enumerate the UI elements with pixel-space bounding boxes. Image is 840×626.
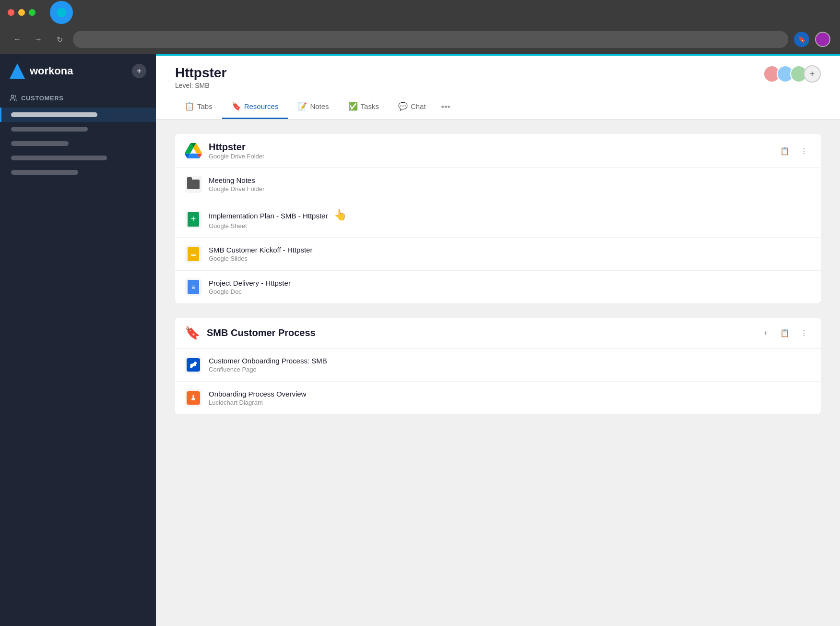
tab-tasks[interactable]: ✅ Tasks bbox=[339, 95, 389, 119]
add-member-button[interactable]: + bbox=[804, 65, 821, 83]
sidebar: workona + CUSTOMERS bbox=[0, 54, 156, 626]
maximize-traffic-light[interactable] bbox=[29, 9, 35, 16]
lucidchart-type: Lucidchart Diagram bbox=[209, 399, 811, 406]
tabs-bar: 📋 Tabs 🔖 Resources 📝 Notes ✅ Tasks 💬 bbox=[175, 95, 821, 119]
sidebar-item-2[interactable] bbox=[0, 136, 156, 151]
page-title: Httpster bbox=[175, 65, 226, 81]
project-delivery-item[interactable]: Project Delivery - Httpster Google Doc bbox=[175, 271, 821, 303]
level-label: Level: bbox=[175, 82, 193, 89]
browser-tab[interactable] bbox=[50, 1, 73, 24]
customers-section-header: CUSTOMERS bbox=[0, 90, 156, 108]
smb-process-add-button[interactable]: + bbox=[758, 326, 773, 340]
meeting-notes-name: Meeting Notes bbox=[209, 176, 811, 184]
lucidchart-info: Onboarding Process Overview Lucidchart D… bbox=[209, 390, 811, 406]
browser-user-avatar[interactable] bbox=[815, 32, 830, 47]
bookmark-extension-icon[interactable]: 🔖 bbox=[794, 32, 809, 47]
gslides-icon-wrap bbox=[185, 245, 202, 263]
confluence-name: Customer Onboarding Process: SMB bbox=[209, 357, 811, 365]
tasks-tab-icon: ✅ bbox=[348, 102, 358, 111]
smb-process-more-button[interactable]: ⋮ bbox=[797, 326, 811, 340]
logo: workona bbox=[10, 63, 73, 79]
smb-kickoff-item[interactable]: SMB Customer Kickoff - Httpster Google S… bbox=[175, 238, 821, 271]
browser-titlebar bbox=[0, 0, 840, 25]
sidebar-item-4[interactable] bbox=[0, 165, 156, 180]
add-workspace-button[interactable]: + bbox=[132, 64, 146, 78]
smb-process-group-title: SMB Customer Process bbox=[207, 327, 752, 338]
smb-kickoff-name: SMB Customer Kickoff - Httpster bbox=[209, 246, 811, 254]
sidebar-bar-4 bbox=[11, 170, 78, 175]
page-header: Httpster Level: SMB + 📋 Tabs bbox=[156, 56, 840, 120]
impl-name-text: Implementation Plan - SMB - Httpster bbox=[209, 212, 328, 220]
smb-process-group-header: 🔖 SMB Customer Process + 📋 ⋮ bbox=[175, 318, 821, 349]
chat-tab-label: Chat bbox=[411, 102, 426, 110]
httpster-copy-button[interactable]: 📋 bbox=[778, 144, 792, 158]
implementation-plan-info: Implementation Plan - SMB - Httpster 👆 G… bbox=[209, 209, 811, 229]
sidebar-bar-1 bbox=[11, 127, 88, 132]
sidebar-bar-2 bbox=[11, 141, 69, 146]
lucidchart-name: Onboarding Process Overview bbox=[209, 390, 811, 398]
tabs-tab-icon: 📋 bbox=[185, 102, 194, 111]
sidebar-active-bar bbox=[11, 112, 97, 117]
project-delivery-info: Project Delivery - Httpster Google Doc bbox=[209, 279, 811, 295]
svg-point-0 bbox=[11, 95, 13, 97]
google-slides-icon bbox=[188, 247, 199, 261]
tab-resources[interactable]: 🔖 Resources bbox=[222, 95, 288, 119]
workona-logo-text: workona bbox=[30, 65, 73, 77]
implementation-plan-type: Google Sheet bbox=[209, 222, 811, 229]
confluence-type: Confluence Page bbox=[209, 366, 811, 373]
meeting-notes-type: Google Drive Folder bbox=[209, 185, 811, 193]
minimize-traffic-light[interactable] bbox=[18, 9, 25, 16]
sidebar-item-1[interactable] bbox=[0, 122, 156, 136]
folder-dark-icon bbox=[187, 180, 200, 189]
cursor-hand-icon: 👆 bbox=[334, 209, 347, 221]
smb-process-resource-group: 🔖 SMB Customer Process + 📋 ⋮ bbox=[175, 318, 821, 414]
customers-label: CUSTOMERS bbox=[21, 95, 64, 102]
smb-process-group-actions: + 📋 ⋮ bbox=[758, 326, 811, 340]
tab-notes[interactable]: 📝 Notes bbox=[288, 95, 338, 119]
resources-tab-label: Resources bbox=[244, 102, 279, 110]
smb-process-group-info: SMB Customer Process bbox=[207, 327, 752, 338]
team-avatars: + bbox=[763, 65, 821, 83]
google-drive-icon bbox=[185, 142, 202, 159]
implementation-plan-item[interactable]: Implementation Plan - SMB - Httpster 👆 G… bbox=[175, 201, 821, 238]
lucidchart-icon bbox=[187, 391, 200, 405]
notes-tab-label: Notes bbox=[310, 102, 329, 110]
resources-tab-icon: 🔖 bbox=[232, 102, 241, 111]
httpster-resource-group: Httpster Google Drive Folder 📋 ⋮ Meeting… bbox=[175, 134, 821, 303]
lucidchart-item[interactable]: Onboarding Process Overview Lucidchart D… bbox=[175, 382, 821, 414]
sidebar-bar-3 bbox=[11, 156, 107, 160]
workona-logo-icon bbox=[10, 63, 25, 79]
level-value: SMB bbox=[195, 82, 209, 89]
browser-toolbar: ← → ↻ 🔖 bbox=[0, 25, 840, 54]
page-subtitle: Level: SMB bbox=[175, 82, 226, 89]
reload-button[interactable]: ↻ bbox=[52, 32, 67, 47]
browser-chrome: ← → ↻ 🔖 bbox=[0, 0, 840, 54]
meeting-notes-item[interactable]: Meeting Notes Google Drive Folder bbox=[175, 168, 821, 201]
httpster-group-header: Httpster Google Drive Folder 📋 ⋮ bbox=[175, 134, 821, 168]
httpster-group-actions: 📋 ⋮ bbox=[778, 144, 811, 158]
meeting-notes-info: Meeting Notes Google Drive Folder bbox=[209, 176, 811, 193]
gdoc-icon-wrap bbox=[185, 278, 202, 296]
close-traffic-light[interactable] bbox=[8, 9, 14, 16]
more-tabs-button[interactable]: ••• bbox=[438, 96, 454, 119]
httpster-more-button[interactable]: ⋮ bbox=[797, 144, 811, 158]
tab-tabs[interactable]: 📋 Tabs bbox=[175, 95, 222, 119]
sidebar-logo-area: workona + bbox=[0, 63, 156, 90]
httpster-group-info: Httpster Google Drive Folder bbox=[209, 142, 771, 160]
confluence-item[interactable]: Customer Onboarding Process: SMB Conflue… bbox=[175, 349, 821, 382]
smb-process-copy-button[interactable]: 📋 bbox=[778, 326, 792, 340]
bookmark-icon: 🔖 bbox=[185, 325, 200, 340]
sidebar-item-active[interactable] bbox=[0, 108, 156, 122]
back-button[interactable]: ← bbox=[10, 32, 25, 47]
tab-chat[interactable]: 💬 Chat bbox=[389, 95, 436, 119]
httpster-group-title: Httpster bbox=[209, 142, 771, 153]
sidebar-item-3[interactable] bbox=[0, 151, 156, 165]
project-delivery-name: Project Delivery - Httpster bbox=[209, 279, 811, 287]
tasks-tab-label: Tasks bbox=[361, 102, 379, 110]
folder-icon-wrap bbox=[185, 176, 202, 193]
smb-kickoff-info: SMB Customer Kickoff - Httpster Google S… bbox=[209, 246, 811, 262]
project-delivery-type: Google Doc bbox=[209, 288, 811, 295]
confluence-info: Customer Onboarding Process: SMB Conflue… bbox=[209, 357, 811, 373]
forward-button[interactable]: → bbox=[31, 32, 46, 47]
address-bar[interactable] bbox=[73, 31, 788, 48]
